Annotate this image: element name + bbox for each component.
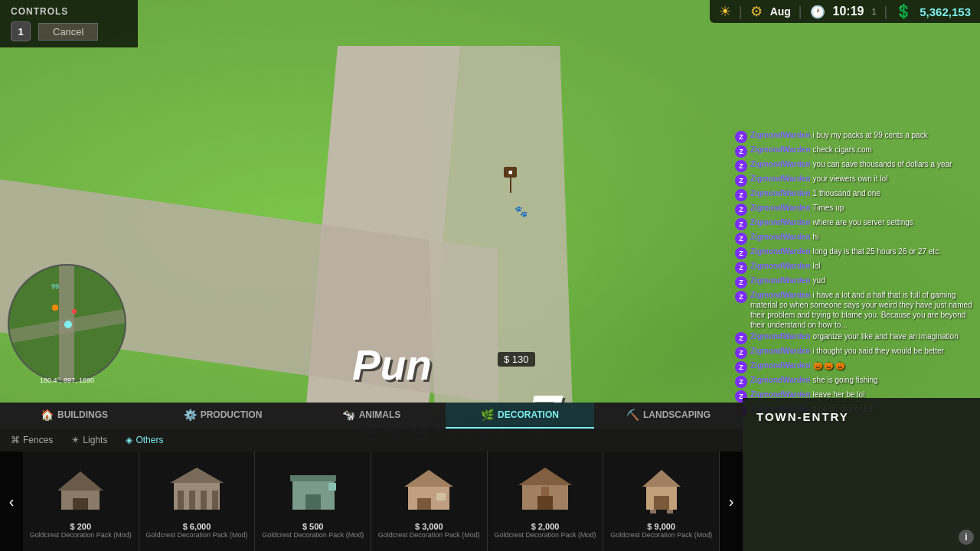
- item-source-2: Goldcrest Decoration Pack (Mod): [145, 531, 247, 539]
- item-preview-5: [491, 458, 600, 519]
- carousel-item-6[interactable]: $ 9,000 Goldcrest Decoration Pack (Mod): [603, 452, 720, 551]
- chat-content-2: ZigmondWarden you can save thousands of …: [750, 159, 952, 169]
- hud-sep-1: |: [739, 4, 743, 20]
- minimap-inner: 35m 99 46: [9, 266, 125, 381]
- chat-username-2: ZigmondWarden: [750, 160, 811, 168]
- chat-content-13: ZigmondWarden i thought you said they wo…: [750, 346, 944, 356]
- carousel-prev[interactable]: ‹: [0, 452, 23, 551]
- sub-tab-label-lights: Lights: [83, 435, 107, 445]
- chat-message-8: Z ZigmondWarden long day is that 25 hour…: [735, 246, 972, 259]
- chat-username-11: ZigmondWarden: [750, 291, 811, 299]
- control-button-1[interactable]: 1: [11, 21, 31, 41]
- chat-text-14: 🎃 🎃 🎃: [813, 361, 845, 370]
- sub-tab-others[interactable]: ◈Others: [121, 433, 168, 447]
- settings-icon[interactable]: ⚙: [750, 3, 763, 20]
- chat-avatar-12: Z: [735, 332, 747, 344]
- carousel-item-3[interactable]: $ 500 Goldcrest Decoration Pack (Mod): [255, 452, 371, 551]
- tab-icon-buildings: 🏠: [41, 409, 54, 421]
- hud-time: 10:19: [833, 5, 864, 18]
- sub-tab-icon-fences: ⌘: [11, 435, 20, 445]
- item-source-4: Goldcrest Decoration Pack (Mod): [378, 531, 480, 539]
- chat-text-7: hi: [813, 233, 819, 241]
- tab-icon-animals: 🐄: [342, 409, 355, 421]
- carousel-items: $ 200 Goldcrest Decoration Pack (Mod) $ …: [23, 452, 720, 551]
- svg-rect-15: [417, 498, 431, 510]
- item-source-3: Goldcrest Decoration Pack (Mod): [262, 531, 364, 539]
- chat-text-0: i buy my packs at 99 cents a pack: [813, 131, 928, 139]
- chat-username-15: ZigmondWarden: [750, 376, 811, 384]
- carousel-item-5[interactable]: $ 2,000 Goldcrest Decoration Pack (Mod): [488, 452, 604, 551]
- road-path2: [422, 46, 573, 429]
- chat-message-14: Z ZigmondWarden 🎃 🎃 🎃: [735, 360, 972, 373]
- svg-marker-24: [642, 470, 681, 487]
- controls-title: CONTROLS: [11, 6, 127, 17]
- chat-avatar-9: Z: [735, 262, 747, 274]
- chat-text-2: you can save thousands of dollars a year: [813, 160, 952, 168]
- chat-username-1: ZigmondWarden: [750, 145, 811, 154]
- chat-text-3: your viewers own it lol: [813, 174, 888, 183]
- chat-content-12: ZigmondWarden organize your like and hav…: [750, 331, 959, 341]
- item-price-6: $ 9,000: [647, 522, 675, 531]
- chat-avatar-3: Z: [735, 174, 747, 187]
- carousel-item-2[interactable]: $ 6,000 Goldcrest Decoration Pack (Mod): [139, 452, 256, 551]
- tab-landscaping[interactable]: ⛏️LANDSCAPING: [594, 403, 743, 429]
- tab-label-animals: ANIMALS: [359, 409, 401, 420]
- tab-production[interactable]: ⚙️PRODUCTION: [149, 403, 297, 429]
- chat-message-13: Z ZigmondWarden i thought you said they …: [735, 346, 972, 359]
- svg-rect-6: [189, 491, 195, 510]
- sub-tab-lights[interactable]: ☀Lights: [67, 433, 112, 447]
- chat-content-7: ZigmondWarden hi: [750, 232, 818, 242]
- svg-point-30: [52, 305, 58, 311]
- chat-username-13: ZigmondWarden: [750, 347, 811, 355]
- tab-label-production: PRODUCTION: [201, 409, 263, 420]
- item-source-1: Goldcrest Decoration Pack (Mod): [30, 531, 132, 539]
- svg-rect-7: [201, 491, 207, 510]
- svg-marker-18: [518, 468, 572, 485]
- chat-text-15: she is going fishing: [813, 376, 878, 384]
- map-sign: ■: [504, 167, 517, 193]
- chat-content-5: ZigmondWarden Times up: [750, 203, 844, 213]
- chat-username-5: ZigmondWarden: [750, 204, 811, 212]
- item-price-3: $ 500: [302, 522, 324, 531]
- chat-message-0: Z ZigmondWarden i buy my packs at 99 cen…: [735, 130, 972, 143]
- chat-avatar-6: Z: [735, 218, 747, 230]
- sign-board: ■: [504, 167, 517, 178]
- chat-text-4: 1 thousand and one: [813, 189, 880, 197]
- tab-icon-decoration: 🌿: [481, 409, 494, 421]
- chat-text-1: check cigars.com: [813, 145, 872, 154]
- chat-message-3: Z ZigmondWarden your viewers own it lol: [735, 174, 972, 187]
- carousel-item-4[interactable]: $ 3,000 Goldcrest Decoration Pack (Mod): [371, 452, 488, 551]
- tab-animals[interactable]: 🐄ANIMALS: [297, 403, 446, 429]
- tab-buildings[interactable]: 🏠BUILDINGS: [0, 403, 149, 429]
- sub-tabs: ⌘Fences☀Lights◈Others: [0, 429, 743, 452]
- chat-message-7: Z ZigmondWarden hi: [735, 232, 972, 245]
- category-tabs: 🏠BUILDINGS⚙️PRODUCTION🐄ANIMALS🌿DECORATIO…: [0, 403, 743, 429]
- chat-avatar-2: Z: [735, 160, 747, 172]
- chat-content-0: ZigmondWarden i buy my packs at 99 cents…: [750, 130, 928, 140]
- svg-text:99: 99: [51, 282, 59, 290]
- chat-message-10: Z ZigmondWarden yud: [735, 276, 972, 289]
- chat-avatar-14: Z: [735, 361, 747, 373]
- svg-point-29: [64, 321, 72, 328]
- tab-icon-production: ⚙️: [184, 409, 197, 421]
- svg-marker-14: [404, 470, 453, 487]
- chat-message-12: Z ZigmondWarden organize your like and h…: [735, 331, 972, 344]
- chat-username-8: ZigmondWarden: [750, 247, 811, 256]
- chat-avatar-7: Z: [735, 233, 747, 245]
- chat-text-13: i thought you said they would be better: [813, 347, 944, 355]
- chat-username-12: ZigmondWarden: [750, 332, 811, 341]
- sub-tab-fences[interactable]: ⌘Fences: [6, 433, 57, 447]
- svg-rect-2: [73, 498, 88, 510]
- chat-avatar-5: Z: [735, 204, 747, 216]
- carousel-item-1[interactable]: $ 200 Goldcrest Decoration Pack (Mod): [23, 452, 139, 551]
- chat-message-4: Z ZigmondWarden 1 thousand and one: [735, 188, 972, 201]
- item-price-4: $ 3,000: [415, 522, 443, 531]
- carousel-next[interactable]: ›: [720, 452, 743, 551]
- svg-rect-25: [654, 496, 669, 510]
- chat-avatar-10: Z: [735, 276, 747, 289]
- info-icon[interactable]: i: [959, 530, 974, 545]
- sun-icon: ☀: [719, 3, 731, 20]
- svg-rect-8: [212, 491, 218, 510]
- cancel-button[interactable]: Cancel: [38, 23, 98, 41]
- tab-decoration[interactable]: 🌿DECORATION: [446, 403, 594, 429]
